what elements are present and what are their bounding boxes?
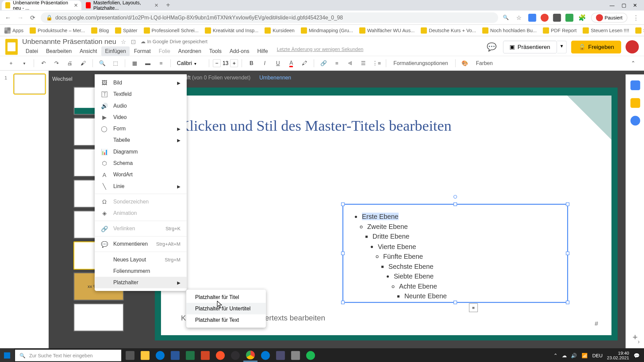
wifi-icon[interactable]: 📶	[582, 353, 588, 358]
bookmark[interactable]: Steuern Videos wic...	[635, 27, 644, 33]
explorer-icon[interactable]	[138, 349, 152, 362]
menu-datei[interactable]: Datei	[22, 46, 42, 56]
bookmark[interactable]: Wahlfächer WU Aus...	[359, 27, 415, 33]
menu-item-form[interactable]: ◯Form▶	[95, 123, 186, 134]
star-icon[interactable]: ☆	[515, 13, 524, 22]
slide-number-placeholder[interactable]: #	[595, 320, 598, 327]
zoom-icon[interactable]: 🔍	[97, 57, 108, 69]
menu-item-foliennummern[interactable]: Foliennummern	[95, 265, 186, 277]
resize-handle[interactable]	[566, 252, 570, 255]
profile-paused-badge[interactable]: Pausiert	[591, 13, 628, 22]
puzzle-icon[interactable]: 🧩	[578, 13, 586, 22]
layout-thumb[interactable]	[73, 303, 124, 331]
increase-font-button[interactable]: +	[230, 59, 238, 67]
menu-item-audio[interactable]: 🔊Audio	[95, 100, 186, 111]
menu-format[interactable]: Format	[130, 46, 154, 56]
bookmark[interactable]: Produktsuche – Mer...	[30, 27, 85, 33]
menu-item-diagramm[interactable]: 📊Diagramm	[95, 146, 186, 157]
tasks-icon[interactable]	[630, 116, 640, 126]
level-3[interactable]: Dritte Ebene	[373, 233, 410, 240]
bookmark[interactable]: Später	[115, 27, 138, 33]
menu-folie[interactable]: Folie	[155, 46, 174, 56]
master-title-placeholder[interactable]: Klicken und Stil des Master-Titels bearb…	[179, 118, 594, 134]
resize-handle[interactable]	[566, 202, 570, 206]
resize-handle[interactable]	[341, 252, 345, 255]
bookmark[interactable]: Deutsche Kurs + Vo...	[421, 27, 476, 33]
redo-icon[interactable]: ↷	[51, 57, 62, 69]
obs-icon[interactable]	[228, 349, 243, 362]
menu-item-video[interactable]: ▶Video	[95, 111, 186, 123]
minimize-icon[interactable]: —	[610, 2, 615, 8]
italic-icon[interactable]: I	[259, 57, 270, 69]
border-weight-icon[interactable]: ≡	[155, 57, 167, 69]
menu-anordnen[interactable]: Anordnen	[175, 46, 205, 56]
browser-tab-1[interactable]: Unbenannte Präsentation neu - ... ✕	[2, 0, 81, 10]
app-icon[interactable]	[288, 349, 303, 362]
decrease-font-button[interactable]: −	[213, 59, 221, 67]
menu-icon[interactable]: ⋮	[632, 13, 641, 22]
excel-icon[interactable]	[183, 349, 197, 362]
numbered-list-icon[interactable]: ☰	[358, 57, 369, 69]
menu-item-neues-layout[interactable]: Neues LayoutStrg+M	[95, 254, 186, 265]
undo-icon[interactable]: ↶	[38, 57, 49, 69]
submenu-titel[interactable]: Platzhalter für Titel	[186, 291, 266, 303]
new-tab-button[interactable]: +	[163, 0, 173, 11]
text-placeholder-selected[interactable]: Erste Ebene Zweite Ebene Dritte Ebene Vi…	[342, 204, 568, 303]
bulleted-list-icon[interactable]: ⋮≡	[371, 57, 382, 69]
level-5[interactable]: Fünfte Ebene	[383, 252, 423, 260]
resize-handle[interactable]	[453, 202, 457, 206]
insert-link-icon[interactable]: 🔗	[318, 57, 329, 69]
taskbar-search[interactable]: 🔍Zur Suche Text hier eingeben	[15, 350, 121, 361]
volume-icon[interactable]: 🔊	[571, 353, 577, 358]
keep-icon[interactable]	[630, 98, 640, 108]
collapse-icon[interactable]: ⌃	[627, 57, 639, 69]
menu-item-kommentieren[interactable]: 💬KommentierenStrg+Alt+M	[95, 238, 186, 250]
menu-item-bild[interactable]: 🖼Bild▶	[95, 77, 186, 88]
format-options-button[interactable]: Formatierungsoptionen	[390, 60, 452, 66]
bookmark[interactable]: Kreativität und Insp...	[205, 27, 259, 33]
text-fit-icon[interactable]: ≡	[469, 303, 478, 312]
menu-hilfe[interactable]: Hilfe	[254, 46, 272, 56]
present-dropdown[interactable]: ▼	[557, 41, 567, 53]
share-button[interactable]: 🔒Freigeben	[571, 41, 621, 53]
app-icon[interactable]	[273, 349, 287, 362]
bookmark-apps[interactable]: Apps	[4, 27, 23, 33]
line-spacing-icon[interactable]: ⫷	[344, 57, 356, 69]
slide-thumbnail-1[interactable]	[14, 74, 45, 94]
underline-icon[interactable]: U	[272, 57, 284, 69]
paint-format-icon[interactable]: 🖌	[77, 57, 89, 69]
task-view-icon[interactable]	[123, 349, 137, 362]
level-7[interactable]: Siebte Ebene	[394, 273, 434, 280]
start-button[interactable]	[0, 348, 14, 362]
close-icon[interactable]: ✕	[74, 3, 78, 8]
spotify-icon[interactable]	[304, 349, 318, 362]
menu-einfuegen[interactable]: Einfügen	[102, 46, 130, 56]
url-input[interactable]: 🔒 docs.google.com/presentation/d/1o2Pm-L…	[41, 12, 498, 23]
ext-icon-4[interactable]	[565, 13, 573, 21]
bookmark[interactable]: Mindmapping (Gru...	[301, 27, 353, 33]
resize-handle[interactable]	[341, 202, 345, 206]
move-icon[interactable]: ⊡	[131, 38, 136, 45]
rename-link[interactable]: Umbenennen	[259, 75, 291, 81]
border-color-icon[interactable]: ▬	[142, 57, 153, 69]
level-6[interactable]: Sechste Ebene	[388, 262, 433, 270]
language-indicator[interactable]: DEU	[592, 353, 603, 358]
onedrive-icon[interactable]: ☁	[562, 353, 567, 358]
browser-tab-2[interactable]: Masterfolien, Layouts, Platzhalte... ✕	[82, 0, 162, 10]
expand-icon[interactable]: ›	[638, 338, 640, 345]
menu-bearbeiten[interactable]: Bearbeiten	[43, 46, 75, 56]
tray-chevron-icon[interactable]: ⌃	[553, 353, 557, 358]
menu-item-platzhalter[interactable]: Platzhalter▶	[95, 277, 186, 288]
text-color-icon[interactable]: A	[285, 57, 297, 69]
bookmark[interactable]: Professionell Schrei...	[144, 27, 199, 33]
forward-icon[interactable]: →	[16, 13, 24, 22]
zoom-icon[interactable]: 🔍	[501, 13, 510, 22]
menu-item-textfeld[interactable]: 🅃Textfeld	[95, 88, 186, 100]
add-addon-icon[interactable]: +	[633, 332, 638, 342]
level-4[interactable]: Vierte Ebene	[378, 242, 416, 250]
level-9[interactable]: Neunte Ebene	[405, 292, 447, 300]
resize-handle[interactable]	[566, 301, 570, 304]
brave-icon[interactable]	[213, 349, 227, 362]
bold-icon[interactable]: B	[246, 57, 257, 69]
submenu-text[interactable]: Platzhalter für Text	[186, 314, 266, 326]
